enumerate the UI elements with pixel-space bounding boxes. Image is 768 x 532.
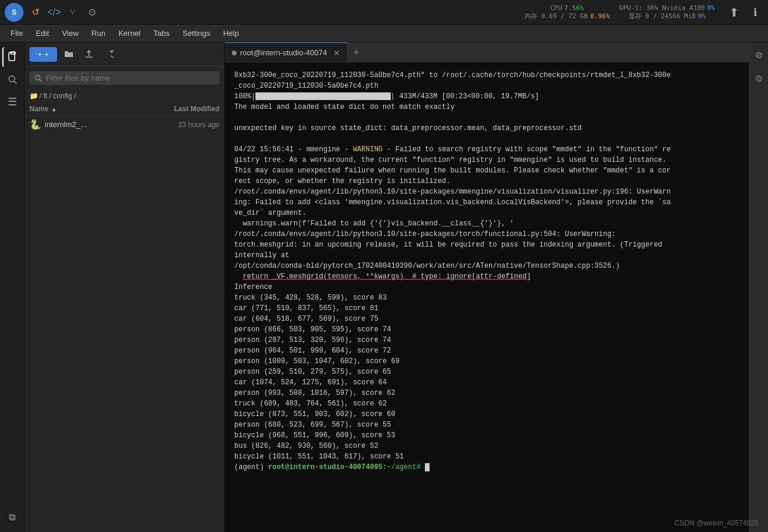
terminal-line: bus (826, 482, 930, 560), score 52 (234, 441, 740, 451)
col-name-label: Name (29, 105, 49, 113)
terminal-line: person (964, 501, 999, 604), score 72 (234, 345, 740, 356)
terminal-line: person (1009, 503, 1047, 602), score 69 (234, 356, 740, 367)
file-list-header: Name ▲ Last Modified (25, 102, 224, 116)
terminal-line: bicycle (1011, 551, 1043, 617), score 51 (234, 451, 740, 462)
terminal-line: car (604, 518, 677, 569), score 75 (234, 314, 740, 324)
sidebar-toolbar: + + (25, 42, 224, 66)
svg-rect-2 (9, 52, 15, 61)
cpu-label: CPU (550, 4, 562, 12)
branch-icon[interactable]: ⑂ (65, 4, 81, 21)
file-name-label: internlm2_... (45, 120, 149, 129)
terminal-line: torch.meshgrid: in an upcoming release, … (234, 240, 740, 250)
file-modified-label: 23 hours ago (149, 121, 220, 129)
terminal-line: The model and loaded state dict do not m… (234, 102, 740, 112)
svg-line-5 (14, 81, 16, 84)
upload-button[interactable] (81, 46, 97, 62)
terminal-line: /root/.conda/envs/agent/lib/python3.10/s… (234, 229, 740, 240)
terminal-line: warnings.warn(f'Failed to add {'{'}vis_b… (234, 218, 740, 229)
menu-help[interactable]: Help (217, 26, 245, 40)
file-search-box[interactable] (29, 71, 220, 85)
menu-file[interactable]: File (5, 26, 29, 40)
vram-label: 显存 0 / 24566 MiB (629, 12, 696, 21)
python-file-icon: 🐍 (29, 119, 41, 130)
tab-bar: root@intern-studio-40074 ✕ + (225, 42, 749, 63)
terminal-line: /root/.conda/envs/agent/lib/python3.10/s… (234, 187, 740, 197)
menu-kernel[interactable]: Kernel (112, 26, 147, 40)
terminal-line: /opt/conda/conda-bld/pytorch_17024004103… (234, 261, 740, 271)
menu-edit[interactable]: Edit (30, 26, 55, 40)
activity-bar: ☰ ⧉ (0, 42, 25, 532)
terminal-tab-label: root@intern-studio-40074 (240, 48, 327, 57)
cursor-block (425, 463, 430, 471)
terminal-line: ing: Failed to add <class 'mmengine.visu… (234, 197, 740, 208)
vram-value: 0% (698, 12, 706, 20)
activity-search[interactable] (2, 69, 22, 89)
activity-files[interactable] (2, 47, 22, 67)
cpu-value: 7.56% (564, 4, 584, 12)
new-tab-button[interactable]: + (348, 42, 365, 63)
menu-tabs[interactable]: Tabs (148, 26, 175, 40)
terminal-line: person (993, 508, 1016, 597), score 62 (234, 388, 740, 398)
svg-point-4 (9, 76, 15, 82)
terminal-line: person (287, 513, 320, 596), score 74 (234, 335, 740, 345)
terminal-line: return _VF.meshgrid(tensors, **kwargs) #… (234, 271, 740, 282)
folder-icon: 📁 (29, 92, 38, 100)
svg-text:S: S (12, 8, 16, 16)
file-filter-input[interactable] (46, 74, 215, 82)
menu-run[interactable]: Run (85, 26, 111, 40)
terminal-line: bicycle (968, 551, 996, 609), score 53 (234, 430, 740, 441)
watermark: CSDN @weixin_40574825 (674, 519, 759, 527)
tab-terminal[interactable]: root@intern-studio-40074 ✕ (225, 42, 348, 63)
code-icon[interactable]: </> (46, 4, 62, 21)
upload-cloud-icon[interactable]: ⬆ (726, 4, 742, 21)
prompt-text: root@intern-studio-40074095 (268, 463, 383, 471)
open-folder-button[interactable] (61, 46, 77, 62)
terminal-line: 8xb32-300e_coco_20220719_112030-5a0be7c4… (234, 70, 740, 81)
svg-point-6 (35, 75, 40, 80)
right-bar: ⚙ ⚙ (749, 42, 768, 532)
sort-arrow-icon: ▲ (51, 106, 57, 112)
right-gear-icon[interactable]: ⚙ (751, 71, 767, 87)
tab-close-button[interactable]: ✕ (333, 48, 340, 58)
plus-icon: + (38, 50, 42, 59)
terminal-line (234, 134, 740, 144)
underline-return-line: return _VF.meshgrid(tensors, **kwargs) #… (242, 272, 531, 281)
terminal-line: car (1074, 524, 1275, 691), score 64 (234, 377, 740, 388)
terminal-line: This may cause unexpected failure when r… (234, 165, 740, 176)
mem-label: 内存 0.69 / 72 GB (524, 12, 588, 21)
svg-line-7 (39, 79, 42, 82)
top-bar-icons: ↺ </> ⑂ ⊙ (27, 4, 100, 21)
terminal-line: 100%|| 433M/433M [00:23<00:00, 19.7MB/s] (234, 91, 740, 102)
list-item[interactable]: 🐍 internlm2_... 23 hours ago (25, 116, 224, 133)
gpu-label: GPU-1: 30% Nvidia A100 (619, 4, 705, 12)
sidebar: + + (25, 42, 225, 532)
terminal-tab-dot (232, 51, 237, 55)
terminal-line (234, 112, 740, 123)
refresh-icon[interactable]: ↺ (27, 4, 44, 21)
menu-settings[interactable]: Settings (177, 26, 216, 40)
menu-view[interactable]: View (56, 26, 84, 40)
new-file-label: + (45, 50, 49, 59)
compass-icon[interactable]: ⊙ (84, 4, 100, 21)
terminal-line: gistry tree. As a workaround, the curren… (234, 155, 740, 165)
breadcrumb-path: / ft / config / (39, 92, 76, 100)
main-layout: ☰ ⧉ + + (0, 42, 768, 532)
refresh-sidebar-button[interactable] (101, 46, 117, 62)
mem-value: 0.96% (590, 12, 610, 20)
activity-puzzle[interactable]: ⧉ (2, 507, 22, 527)
terminal-line: _coco_20220719_112030-5a0be7c4.pth (234, 81, 740, 91)
terminal-line: rect scope, or whether the registry is i… (234, 176, 740, 187)
prompt-path: ~/agent# (387, 463, 421, 471)
col-modified-header[interactable]: Last Modified (149, 105, 220, 113)
right-settings-icon[interactable]: ⚙ (751, 47, 767, 64)
col-name-header[interactable]: Name ▲ (29, 105, 149, 113)
terminal-line: truck (345, 428, 528, 599), score 83 (234, 292, 740, 303)
terminal-output[interactable]: 8xb32-300e_coco_20220719_112030-5a0be7c4… (225, 63, 749, 532)
terminal-line: 04/22 15:56:41 - mmengine - WARNING - Fa… (234, 144, 740, 155)
info-icon[interactable]: ℹ (747, 4, 763, 21)
new-file-button[interactable]: + + (29, 47, 57, 62)
terminal-line: truck (689, 483, 764, 561), score 62 (234, 398, 740, 409)
activity-list[interactable]: ☰ (2, 92, 22, 112)
warning-badge: WARNING (353, 145, 383, 154)
gpu-value: 0% (707, 4, 715, 12)
